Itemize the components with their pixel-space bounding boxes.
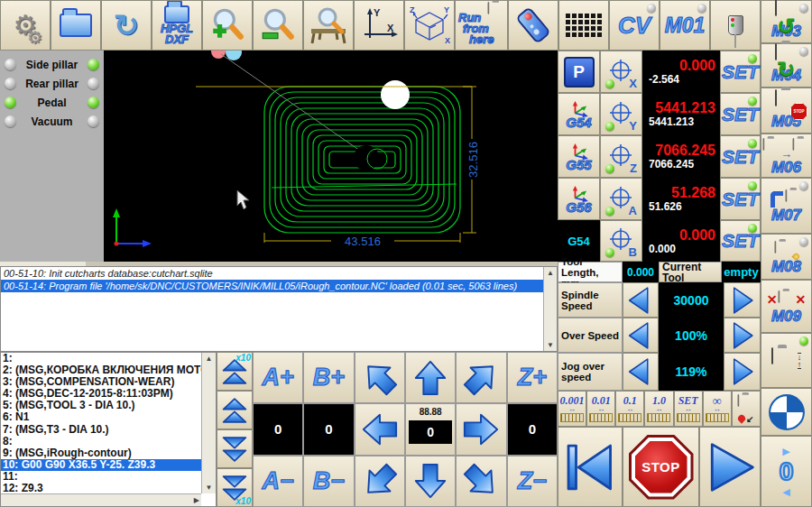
axis-select-a[interactable]: A [600,178,642,220]
set-button-a[interactable]: SET [720,178,761,220]
dim-width-label: 43.516 [345,235,381,248]
jog-fast-down-button[interactable] [217,429,253,468]
over-speed-up-button[interactable] [724,318,761,353]
gcode-line[interactable]: 4: (MSG,DEC-12-2015-8:11:03PM) [1,388,201,400]
gcode-line[interactable]: 8: [1,436,201,447]
probe-button[interactable] [710,0,761,51]
jog-up-left-button[interactable] [355,352,405,403]
m01-break-button[interactable]: M01 [660,0,710,51]
m09-button[interactable]: ✕ ✕ M09 [761,280,812,333]
gcode-line[interactable]: 1: [1,353,201,364]
zoom-out-button[interactable] [253,0,303,51]
play-button[interactable] [699,427,761,507]
goto-position-button[interactable]: ↙ [732,391,761,427]
reference-point-button[interactable] [761,388,812,436]
wcs-g55-button[interactable]: G55 [558,135,600,178]
wcs-g54-button[interactable]: G54 [558,93,600,135]
gcode-line[interactable]: 7: (MSG,T3 - DIA 10.) [1,424,201,436]
axis-select-x[interactable]: X [600,51,642,93]
log-line[interactable]: 00-51-10: Init cutcharts database:cutcha… [1,267,557,280]
scroll-up-icon[interactable]: ▲ [547,269,554,277]
m07-button[interactable]: M07 [761,178,812,234]
m08-button[interactable]: M08 [761,234,812,280]
view-3d-button[interactable]: Z Y X [404,0,455,51]
jog-x10-up-button[interactable]: x10 [217,352,253,391]
settings-button[interactable]: ⚙⚙ [0,0,51,51]
m05-button[interactable]: STOP M05 [761,88,812,134]
jog-over-speed-down-button[interactable] [623,353,659,391]
axis-select-y[interactable]: Y [600,93,642,135]
spindle-speed-up-button[interactable] [724,282,761,318]
jog-step-continuous-button[interactable]: ∞ ↔ [703,391,732,427]
refresh-button[interactable]: ↻ [101,0,152,51]
hpgl-dxf-import-button[interactable]: HPGL DXF [152,0,202,51]
spindle-speed-down-button[interactable] [623,282,659,318]
log-scrollbar[interactable]: ▲▼ [543,267,557,351]
jog-fast-up-button[interactable] [217,391,253,429]
jog-step-set-button[interactable]: SET ↔ [674,391,703,427]
jog-down-right-button[interactable] [456,456,506,507]
jog-down-left-button[interactable] [355,456,405,507]
gcode-line[interactable]: 2: (MSG,КОРОБКА ВКЛЮЧЕНИЯ МОТОРА) [1,364,201,376]
cv-mode-button[interactable]: CV [609,0,660,51]
m06-button[interactable]: → M06 [761,134,812,178]
a-plus-button[interactable]: A+ [253,352,303,403]
gcode-vscrollbar[interactable]: ▲▼ [201,353,216,493]
set-button-y[interactable]: SET [720,93,761,135]
z-minus-button[interactable]: Z− [507,456,558,507]
set-button-b[interactable]: SET [720,220,761,262]
zoom-in-button[interactable] [202,0,253,51]
run-from-here-button[interactable]: Run from here [455,0,508,51]
jog-step-001-button[interactable]: 0.01 ↔ [586,391,615,427]
scroll-right-icon[interactable]: ▶ [194,496,199,504]
tool-length-measure-button[interactable]: ↓↑ [761,333,812,388]
zero-axes-button[interactable]: ▶ 0 ◀ [761,436,812,507]
jog-x10-down-button[interactable]: x10 [217,468,253,507]
open-file-button[interactable] [51,0,101,51]
set-button-z[interactable]: SET [720,135,761,178]
park-button[interactable]: P [558,51,600,93]
toolpath-view[interactable]: 43.516 32.516 [104,51,558,262]
b-minus-button[interactable]: B− [303,456,354,507]
dro-value-z: 7066.245 7066.245 [642,135,720,178]
scroll-down-icon[interactable]: ▼ [547,341,554,349]
b-plus-button[interactable]: B+ [303,352,354,403]
z-position-display: 0 [507,403,558,455]
axis-select-z[interactable]: Z [600,135,642,178]
set-button-x[interactable]: SET [720,51,761,93]
m03-button[interactable]: ↺ M03 [761,0,812,43]
gcode-hscrollbar[interactable]: ▶ [1,493,201,506]
log-line-selected[interactable]: 00-51-14: Program file '/home/sk/DNC/CUS… [1,280,557,292]
gcode-line[interactable]: 3: (MSG,COMPENSATION-WEAR) [1,376,201,388]
gcode-line[interactable]: 12: Z9.3 [1,483,201,493]
stop-button[interactable]: STOP [623,427,699,507]
jog-up-button[interactable] [405,352,456,403]
rewind-button[interactable] [558,427,623,507]
jog-up-right-button[interactable] [456,352,506,403]
zoom-fit-button[interactable] [303,0,354,51]
m01-led [697,4,706,13]
pendant-button[interactable] [508,0,558,51]
gcode-line[interactable]: 5: (MSG,TOOL 3 - DIA 10.) [1,400,201,411]
z-plus-button[interactable]: Z+ [507,352,558,403]
jog-over-speed-up-button[interactable] [724,353,761,391]
view-2d-button[interactable]: Y X [354,0,404,51]
a-minus-button[interactable]: A− [253,456,303,507]
jog-step-01-button[interactable]: 0.1 ↔ [615,391,644,427]
gcode-line[interactable]: 11: [1,471,201,483]
over-speed-down-button[interactable] [623,318,659,353]
wcs-g56-button[interactable]: G56 [558,178,600,220]
scroll-down-icon[interactable]: ▼ [206,484,213,492]
jog-step-1-button[interactable]: 1.0 ↔ [644,391,673,427]
jog-down-button[interactable] [405,456,456,507]
jog-step-0001-button[interactable]: 0.001 ↔ [558,391,586,427]
gcode-line-current[interactable]: 10: G00 G90 X36.5 Y-25. Z39.3 [1,459,201,471]
keyboard-button[interactable] [558,0,609,51]
gcode-line[interactable]: 9: (MSG,iRough-contour) [1,447,201,459]
jog-step-row: 0.001 ↔ 0.01 ↔ 0.1 ↔ 1.0 ↔ SET ↔ ∞ [558,391,761,427]
jog-right-button[interactable] [456,403,506,455]
jog-left-button[interactable] [355,403,405,455]
scroll-up-icon[interactable]: ▲ [206,355,213,363]
m04-button[interactable]: ↺ M04 [761,43,812,88]
gcode-line[interactable]: 6: N1 [1,411,201,423]
